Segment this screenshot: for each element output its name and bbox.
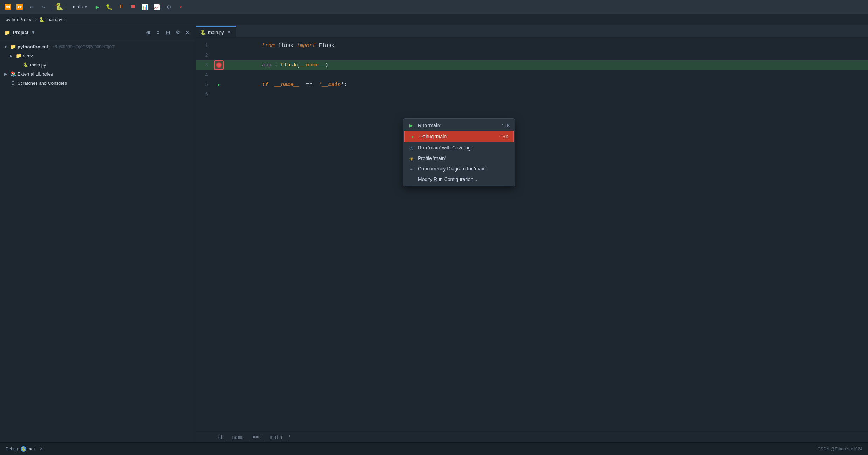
sidebar-icon-locate[interactable]: ⊕ xyxy=(144,28,152,37)
folder-icon-venv: 📁 xyxy=(15,53,22,58)
toolbar-run[interactable]: ▶ xyxy=(92,2,102,12)
toolbar-stop[interactable]: ⏹ xyxy=(128,2,138,12)
code-editor[interactable]: 1 from flask import Flask 2 3 xyxy=(196,38,868,431)
sidebar-icon-close[interactable]: ✕ xyxy=(183,28,192,37)
line-number-4: 4 xyxy=(196,72,214,78)
line-number-1: 1 xyxy=(196,43,214,48)
sidebar-item-scratches[interactable]: ▶ 🗒 Scratches and Consoles xyxy=(0,78,196,88)
sidebar-icon-expand[interactable]: ⊟ xyxy=(164,28,172,37)
editor-area: 🐍 main.py ✕ 1 from flask import Flask xyxy=(196,25,868,442)
status-debug-label: Debug: xyxy=(6,447,19,451)
status-close-icon[interactable]: ✕ xyxy=(40,447,43,451)
folder-icon-pythonproject: 📁 xyxy=(10,44,16,49)
breakpoint-dot[interactable] xyxy=(216,62,222,68)
toolbar-sep-1 xyxy=(51,4,51,10)
sidebar-item-pythonproject[interactable]: ▼ 📁 pythonProject ~/PycharmProjects/pyth… xyxy=(0,42,196,51)
run-menu-label: Run 'main' xyxy=(418,122,498,128)
tab-label: main.py xyxy=(208,30,224,35)
sidebar-item-venv[interactable]: ▶ 📁 venv xyxy=(0,51,196,60)
tree-arrow-external: ▶ xyxy=(3,72,8,76)
concurrency-menu-label: Concurrency Diagram for 'main' xyxy=(418,166,506,172)
breadcrumb: pythonProject > 🐍 main.py > xyxy=(0,14,868,25)
breadcrumb-sep1: > xyxy=(35,17,38,22)
run-menu-icon: ▶ xyxy=(408,123,414,128)
coverage-menu-icon: ◎ xyxy=(408,145,414,150)
tree-arrow-venv: ▶ xyxy=(8,54,14,58)
toolbar-pause[interactable]: ⏸ xyxy=(116,2,126,12)
python-icon-mainpy: 🐍 xyxy=(22,62,29,67)
code-line-5: 5 ▶ if __name__ == '__main': xyxy=(196,80,868,90)
line-gutter-3[interactable] xyxy=(214,60,224,70)
debug-menu-icon: ● xyxy=(409,134,416,139)
main-layout: 📁 Project ▼ ⊕ ≡ ⊟ ⚙ ✕ ▼ 📁 pythonProject … xyxy=(0,25,868,442)
toolbar-close[interactable]: ✕ xyxy=(176,2,186,12)
breadcrumb-file[interactable]: main.py xyxy=(46,17,62,22)
menu-item-profile[interactable]: ◉ Profile 'main' xyxy=(403,153,515,163)
code-line-1: 1 from flask import Flask xyxy=(196,41,868,50)
status-bar: Debug: 🐍 main ✕ CSDN @EthanYue1024 xyxy=(0,442,868,455)
tree-label-mainpy: main.py xyxy=(30,62,46,68)
tree-label-pythonproject: pythonProject xyxy=(18,44,48,49)
status-debug: Debug: 🐍 main ✕ xyxy=(6,446,43,452)
run-config-selector[interactable]: main ▼ xyxy=(70,3,90,10)
tab-close-button[interactable]: ✕ xyxy=(226,29,232,35)
library-icon: 📚 xyxy=(10,71,16,77)
modify-menu-label: Modify Run Configuration... xyxy=(418,176,506,182)
breadcrumb-file-icon: 🐍 xyxy=(39,17,45,22)
line-number-5: 5 xyxy=(196,82,214,88)
run-config-name: main xyxy=(73,4,83,9)
menu-item-debug[interactable]: ● Debug 'main' ^⇧D xyxy=(404,131,514,142)
editor-tabs: 🐍 main.py ✕ xyxy=(196,25,868,38)
tab-mainpy[interactable]: 🐍 main.py ✕ xyxy=(196,26,236,37)
debug-menu-shortcut: ^⇧D xyxy=(500,134,508,139)
toolbar-settings[interactable]: ⚙ xyxy=(164,2,174,12)
line-number-6: 6 xyxy=(196,92,214,97)
tree-arrow-pythonproject: ▼ xyxy=(3,45,8,49)
toolbar-profile[interactable]: 📈 xyxy=(152,2,162,12)
toolbar-forward[interactable]: ⏩ xyxy=(15,2,25,12)
profile-menu-icon: ◉ xyxy=(408,156,414,161)
toolbar-coverage[interactable]: 📊 xyxy=(140,2,150,12)
sidebar-dropdown-arrow[interactable]: ▼ xyxy=(31,30,35,35)
run-menu-shortcut: ⌃⇧R xyxy=(502,123,510,128)
tree-label-venv: venv xyxy=(23,53,33,58)
menu-item-coverage[interactable]: ◎ Run 'main' with Coverage xyxy=(403,142,515,153)
line-number-2: 2 xyxy=(196,52,214,58)
line-content-6 xyxy=(224,92,868,98)
toolbar-python-icon: 🐍 xyxy=(54,2,64,12)
status-watermark: CSDN @EthanYue1024 xyxy=(818,447,862,451)
run-config-arrow: ▼ xyxy=(84,5,88,9)
breakpoint-indicator[interactable] xyxy=(214,60,224,70)
toolbar-debug[interactable]: 🐛 xyxy=(104,2,114,12)
line-number-3: 3 xyxy=(196,62,214,68)
concurrency-menu-icon: ≡ xyxy=(408,166,414,171)
code-line-6: 6 xyxy=(196,90,868,99)
menu-item-run[interactable]: ▶ Run 'main' ⌃⇧R xyxy=(403,120,515,131)
sidebar-content: ▼ 📁 pythonProject ~/PycharmProjects/pyth… xyxy=(0,40,196,90)
context-menu: ▶ Run 'main' ⌃⇧R ● Debug 'main' ^⇧D ◎ Ru… xyxy=(403,118,515,186)
sidebar-item-external-libraries[interactable]: ▶ 📚 External Libraries xyxy=(0,69,196,78)
sidebar: 📁 Project ▼ ⊕ ≡ ⊟ ⚙ ✕ ▼ 📁 pythonProject … xyxy=(0,25,196,442)
breadcrumb-project[interactable]: pythonProject xyxy=(6,17,34,22)
breadcrumb-sep2: > xyxy=(64,17,67,22)
toolbar-undo[interactable]: ↩ xyxy=(27,2,36,12)
toolbar-sep-2 xyxy=(67,4,67,10)
sidebar-icon-collapse[interactable]: ≡ xyxy=(154,28,162,37)
code-line-3: 3 app = Flask(__name__) xyxy=(196,60,868,70)
tree-label-external: External Libraries xyxy=(18,71,53,77)
status-python-name[interactable]: main xyxy=(28,447,37,451)
bottom-code-bar: if __name__ == '__main__' xyxy=(196,431,868,442)
menu-item-modify[interactable]: Modify Run Configuration... xyxy=(403,174,515,184)
debug-menu-label: Debug 'main' xyxy=(419,134,497,139)
coverage-menu-label: Run 'main' with Coverage xyxy=(418,145,506,150)
toolbar-redo[interactable]: ↪ xyxy=(39,2,48,12)
toolbar-back[interactable]: ⏪ xyxy=(3,2,13,12)
bottom-code-text: if __name__ == '__main__' xyxy=(217,434,291,440)
menu-item-concurrency[interactable]: ≡ Concurrency Diagram for 'main' xyxy=(403,163,515,174)
sidebar-item-mainpy[interactable]: ▶ 🐍 main.py xyxy=(0,60,196,69)
sidebar-icon-settings[interactable]: ⚙ xyxy=(173,28,182,37)
toolbar: ⏪ ⏩ ↩ ↪ 🐍 main ▼ ▶ 🐛 ⏸ ⏹ 📊 📈 ⚙ ✕ xyxy=(0,0,868,14)
profile-menu-label: Profile 'main' xyxy=(418,155,506,161)
sidebar-folder-icon: 📁 xyxy=(4,30,10,35)
sidebar-title: Project xyxy=(13,30,28,35)
